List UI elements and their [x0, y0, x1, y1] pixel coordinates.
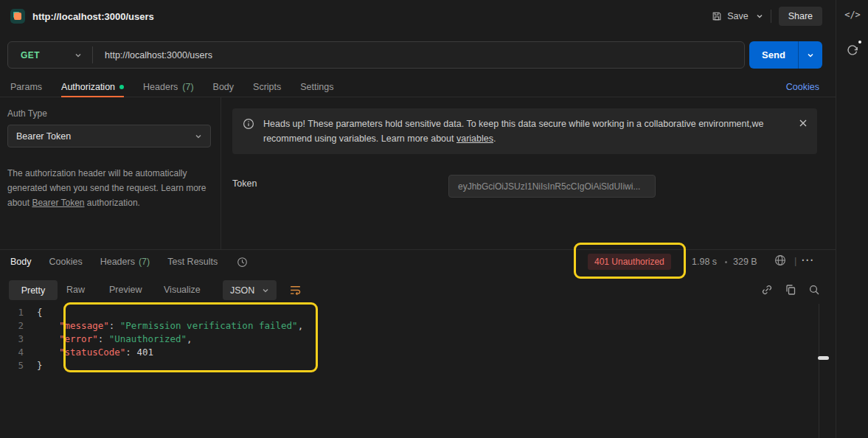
response-tab-test-results[interactable]: Test Results [167, 257, 218, 267]
topbar-actions: Save Share [712, 7, 822, 26]
code-line: 1 { [0, 306, 819, 319]
bearer-token-link[interactable]: Bearer Token [32, 198, 84, 208]
method-select[interactable]: GET [8, 42, 92, 68]
right-sidebar: </> [836, 0, 868, 438]
token-input[interactable]: eyJhbGciOiJSUzI1NiIsInR5cCIgOiAiSldUIiwi… [448, 175, 656, 198]
response-panel: Body Cookies Headers (7) Test Results 40… [0, 249, 836, 438]
view-raw-button[interactable]: Raw [66, 285, 85, 295]
response-json-body: 1 { 2 "message": "Permission verificatio… [0, 306, 819, 372]
meta-divider: | [794, 255, 796, 266]
more-options-icon[interactable]: ⋯ [801, 252, 814, 268]
auth-active-dot [119, 85, 124, 89]
collection-icon [10, 9, 25, 24]
response-scrollbar-track [819, 304, 819, 438]
response-time: 1.98 s [692, 257, 717, 267]
send-split-button: Send [749, 41, 822, 69]
response-size: 329 B [733, 257, 757, 267]
token-label: Token [232, 178, 257, 189]
method-label: GET [21, 50, 40, 60]
view-preview-button[interactable]: Preview [109, 285, 142, 295]
share-button[interactable]: Share [779, 7, 822, 26]
history-clock-icon[interactable] [237, 257, 248, 268]
tab-params[interactable]: Params [10, 77, 42, 97]
response-tabs: Body Cookies Headers (7) Test Results [0, 250, 248, 274]
line-number: 5 [0, 359, 37, 372]
code-snippet-icon[interactable]: </> [836, 10, 868, 20]
topbar-divider [771, 10, 771, 23]
auth-help-text: The authorization header will be automat… [7, 166, 217, 210]
line-number: 3 [0, 333, 37, 346]
top-bar: http://localhost:3000/users Save Share [0, 0, 836, 32]
send-options-button[interactable] [798, 41, 822, 69]
dot-separator [725, 261, 727, 263]
response-view-toolbar: Pretty Raw Preview Visualize JSON [0, 279, 836, 302]
format-select[interactable]: JSON [223, 280, 277, 300]
save-icon [712, 11, 722, 21]
panel-resize-handle[interactable] [818, 356, 829, 360]
sensitive-data-banner: Heads up! These parameters hold sensitiv… [232, 108, 817, 154]
cookies-link[interactable]: Cookies [786, 82, 819, 92]
auth-type-panel: Auth Type Bearer Token The authorization… [0, 97, 221, 249]
send-button[interactable]: Send [749, 41, 798, 69]
response-headers-count: (7) [139, 257, 150, 267]
save-options-chevron-icon[interactable] [756, 13, 763, 20]
auth-type-select[interactable]: Bearer Token [7, 125, 211, 147]
headers-count: (7) [182, 82, 193, 92]
save-label: Save [727, 11, 749, 21]
network-globe-icon[interactable] [774, 254, 786, 266]
app-root: http://localhost:3000/users Save Share G… [0, 0, 868, 438]
code-line: 4 "statusCode": 401 [0, 346, 819, 359]
notification-dot [858, 41, 861, 44]
view-visualize-button[interactable]: Visualize [164, 285, 201, 295]
close-icon[interactable] [799, 119, 808, 128]
code-line: 3 "error": "Unauthorized", [0, 333, 819, 346]
tab-settings[interactable]: Settings [300, 77, 333, 97]
response-tab-body[interactable]: Body [10, 257, 32, 267]
format-value: JSON [230, 285, 254, 296]
code-line: 5 } [0, 359, 819, 372]
sync-icon[interactable] [846, 44, 861, 58]
auth-type-label: Auth Type [7, 108, 213, 119]
chevron-down-icon [74, 52, 82, 59]
response-tab-headers[interactable]: Headers (7) [100, 257, 150, 267]
response-tab-cookies[interactable]: Cookies [49, 257, 83, 267]
save-button[interactable]: Save [712, 11, 749, 21]
chevron-down-icon [262, 287, 269, 294]
view-pretty-button[interactable]: Pretty [9, 280, 58, 300]
auth-type-value: Bearer Token [16, 131, 71, 142]
request-tabs: Params Authorization Headers (7) Body Sc… [0, 77, 836, 97]
url-bar: GET http://localhost:3000/users [7, 41, 745, 69]
info-icon [243, 118, 254, 130]
chevron-down-icon [195, 133, 202, 140]
link-icon[interactable] [761, 284, 773, 296]
request-title: http://localhost:3000/users [32, 11, 154, 22]
line-number: 2 [0, 319, 37, 333]
status-badge: 401 Unauthorized [588, 254, 671, 270]
code-line: 2 "message": "Permission verification fa… [0, 319, 819, 333]
url-input[interactable]: http://localhost:3000/users [93, 50, 212, 60]
tab-headers[interactable]: Headers (7) [143, 77, 194, 97]
search-icon[interactable] [808, 284, 820, 296]
wrap-line-icon[interactable] [289, 284, 302, 296]
line-number: 4 [0, 346, 37, 359]
line-number: 1 [0, 306, 37, 319]
tab-body[interactable]: Body [213, 77, 235, 97]
copy-icon[interactable] [785, 284, 796, 296]
tab-scripts[interactable]: Scripts [253, 77, 281, 97]
tab-authorization[interactable]: Authorization [61, 77, 124, 97]
variables-link[interactable]: variables [456, 133, 493, 144]
